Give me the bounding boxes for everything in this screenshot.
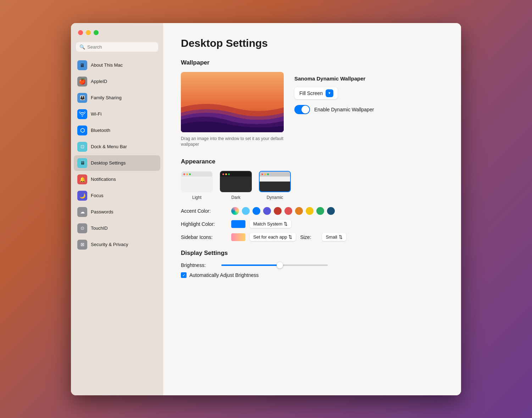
wallpaper-hint: Drag an image into the window to set it … <box>181 136 284 148</box>
family-icon: 👨‍👩‍👧 <box>77 93 87 103</box>
enable-dynamic-toggle[interactable] <box>294 105 310 114</box>
highlight-color-label: Highlight Color: <box>181 221 227 227</box>
minimize-button[interactable] <box>86 30 91 35</box>
sidebar-label-passwords: Passwords <box>91 209 113 214</box>
display-section: Display Settings Brightness: ✓ Automatic… <box>181 250 443 278</box>
wallpaper-section: Drag an image into the window to set it … <box>181 72 443 148</box>
sidebar: 🔍 🖥 About This Mac 🍎 AppleID 👨‍👩‍👧 Famil… <box>71 23 163 395</box>
highlight-color-row: Highlight Color: Match System ⇅ <box>181 220 443 228</box>
preview-dot-green-dark <box>228 173 230 175</box>
search-input[interactable] <box>87 44 155 50</box>
appearance-light[interactable]: Light <box>181 171 213 200</box>
sidebar-label-dock: Dock & Menu Bar <box>91 144 127 149</box>
size-label: Size: <box>300 234 318 240</box>
accent-colors <box>231 207 335 215</box>
sidebar-item-touchid[interactable]: ⊙ TouchID <box>74 221 160 236</box>
sidebar-label-focus: Focus <box>91 193 103 198</box>
search-icon: 🔍 <box>79 44 85 50</box>
search-box[interactable]: 🔍 <box>76 42 158 52</box>
wifi-icon <box>77 109 87 119</box>
size-value: Small <box>326 234 337 240</box>
bluetooth-icon: ⬡ <box>77 126 87 135</box>
enable-dynamic-label: Enable Dynamic Wallpaper <box>314 107 374 112</box>
highlight-color-value: Match System <box>253 221 282 227</box>
accent-blue[interactable] <box>253 207 260 215</box>
accent-color-row: Accent Color: <box>181 207 443 215</box>
desktop-icon: 🖥 <box>77 158 87 168</box>
size-select[interactable]: Small ⇅ <box>322 233 346 241</box>
preview-dot-red-dark <box>222 173 224 175</box>
sidebar-item-appleid[interactable]: 🍎 AppleID <box>74 74 160 89</box>
auto-brightness-row: ✓ Automatically Adjust Brightness <box>181 272 443 278</box>
highlight-color-select[interactable]: Match System ⇅ <box>250 220 291 228</box>
light-preview <box>181 171 213 192</box>
preview-dot-yellow-dyn <box>264 173 266 175</box>
brightness-slider-knob[interactable] <box>277 262 283 268</box>
size-arrows: ⇅ <box>339 234 343 240</box>
preview-dot-red-dyn <box>261 173 263 175</box>
sidebar-label-notifications: Notifications <box>91 177 116 182</box>
sidebar-icons-arrows: ⇅ <box>288 234 292 240</box>
wallpaper-controls: Sanoma Dynamic Wallpaper Fill Screen ▾ E… <box>294 72 374 114</box>
accent-multicolor[interactable] <box>231 207 239 215</box>
sidebar-label-touchid: TouchID <box>91 225 108 231</box>
accent-purple[interactable] <box>263 207 271 215</box>
appearance-section-title: Appearance <box>181 158 443 165</box>
sidebar-item-about[interactable]: 🖥 About This Mac <box>74 57 160 73</box>
sidebar-item-dock[interactable]: ⊡ Dock & Menu Bar <box>74 139 160 155</box>
appleid-icon: 🍎 <box>77 77 87 87</box>
sidebar-label-wifi: Wi-Fi <box>91 111 101 117</box>
sidebar-icons-value: Set for each app <box>253 234 287 240</box>
toggle-knob <box>301 106 309 113</box>
close-button[interactable] <box>78 30 83 35</box>
preview-dot-green <box>189 173 191 175</box>
fill-screen-button[interactable]: Fill Screen ▾ <box>294 87 338 99</box>
accent-color-label: Accent Color: <box>181 208 227 214</box>
main-content: Desktop Settings Wallpaper <box>163 23 461 395</box>
sidebar-item-desktop[interactable]: 🖥 Desktop Settings <box>74 155 160 171</box>
wallpaper-preview-wrap: Drag an image into the window to set it … <box>181 72 284 148</box>
appearance-options: Light Dark <box>181 171 443 200</box>
dock-icon: ⊡ <box>77 142 87 152</box>
dynamic-preview <box>259 171 291 192</box>
highlight-color-arrows: ⇅ <box>284 221 288 227</box>
sidebar-item-bluetooth[interactable]: ⬡ Bluetooth <box>74 123 160 138</box>
sidebar-icons-swatch <box>231 233 245 241</box>
accent-cyan[interactable] <box>242 207 250 215</box>
focus-icon: 🌙 <box>77 191 87 201</box>
wallpaper-preview <box>181 72 284 132</box>
accent-yellow[interactable] <box>306 207 314 215</box>
accent-green[interactable] <box>316 207 324 215</box>
accent-orange[interactable] <box>295 207 303 215</box>
sidebar-icons-row: Sidebar Icons: Set for each app ⇅ Size: … <box>181 233 443 241</box>
dropdown-arrow-icon: ▾ <box>326 89 333 97</box>
main-window: 🔍 🖥 About This Mac 🍎 AppleID 👨‍👩‍👧 Famil… <box>71 23 461 395</box>
sidebar-item-security[interactable]: ⊠ Security & Privacy <box>74 237 160 252</box>
sidebar-item-notifications[interactable]: 🔔 Notifications <box>74 172 160 187</box>
auto-brightness-checkbox[interactable]: ✓ <box>181 272 187 278</box>
dynamic-label: Dynamic <box>267 195 283 200</box>
brightness-row: Brightness: <box>181 262 443 268</box>
display-section-title: Display Settings <box>181 250 443 257</box>
sidebar-label-bluetooth: Bluetooth <box>91 128 110 133</box>
wallpaper-section-title: Wallpaper <box>181 59 443 66</box>
fill-screen-dropdown[interactable]: Fill Screen ▾ <box>294 87 374 99</box>
sidebar-item-family[interactable]: 👨‍👩‍👧 Family Sharing <box>74 90 160 106</box>
accent-pink[interactable] <box>284 207 292 215</box>
brightness-slider-track[interactable] <box>221 264 328 266</box>
fullscreen-button[interactable] <box>94 30 99 35</box>
preview-dot-yellow-dark <box>225 173 227 175</box>
appearance-dark[interactable]: Dark <box>220 171 252 200</box>
brightness-label: Brightness: <box>181 262 216 268</box>
accent-red[interactable] <box>274 207 282 215</box>
sidebar-item-focus[interactable]: 🌙 Focus <box>74 188 160 204</box>
wallpaper-name: Sanoma Dynamic Wallpaper <box>294 76 374 82</box>
appearance-dynamic[interactable]: Dynamic <box>259 171 291 200</box>
sidebar-item-passwords[interactable]: ☁ Passwords <box>74 204 160 220</box>
dark-label: Dark <box>231 195 240 200</box>
sidebar-icons-select[interactable]: Set for each app ⇅ <box>250 233 296 241</box>
sidebar-item-wifi[interactable]: Wi-Fi <box>74 106 160 122</box>
security-icon: ⊠ <box>77 240 87 250</box>
sidebar-label-security: Security & Privacy <box>91 242 128 247</box>
accent-teal[interactable] <box>327 207 335 215</box>
